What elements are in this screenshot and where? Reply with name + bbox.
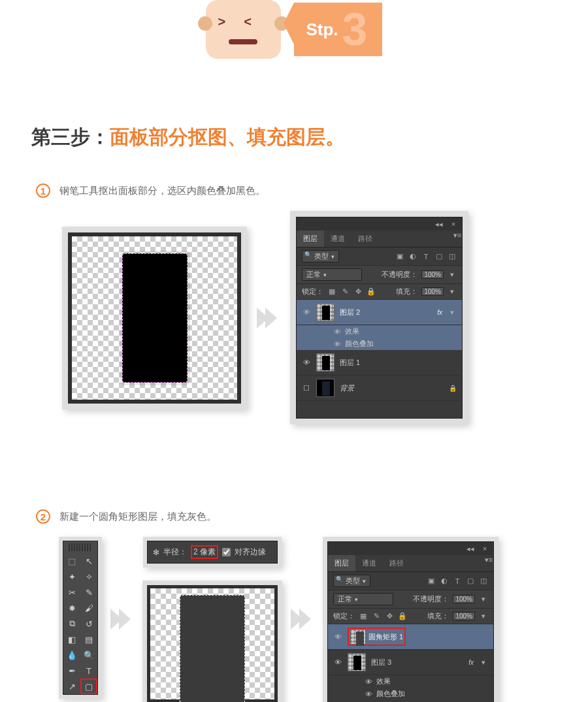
text-tool-icon[interactable]: T — [80, 663, 97, 678]
face-illustration: >< — [206, 0, 281, 59]
move-tool-icon[interactable]: ↖ — [80, 553, 97, 569]
close-icon[interactable]: × — [449, 219, 458, 229]
lock-move-icon[interactable]: ✥ — [385, 612, 394, 621]
visibility-icon[interactable]: 👁 — [333, 633, 342, 641]
filter-smart-icon[interactable]: ◫ — [479, 577, 488, 586]
visibility-icon[interactable]: 👁 — [333, 658, 342, 666]
lock-pixels-icon[interactable]: ▦ — [359, 612, 368, 621]
lock-icon: 🔒 — [449, 385, 457, 392]
pen-tool-icon[interactable]: ✒ — [63, 663, 80, 678]
opacity-value[interactable]: 100% — [421, 270, 444, 279]
blur-tool-icon[interactable]: 💧 — [63, 647, 80, 663]
filter-adjust-icon[interactable]: ◐ — [408, 252, 417, 261]
opacity-value[interactable]: 100% — [453, 595, 475, 603]
chevron-down-icon[interactable]: ▾ — [448, 270, 457, 279]
crop-tool-icon[interactable]: ✂ — [63, 584, 80, 600]
filter-text-icon[interactable]: T — [453, 577, 462, 586]
radius-label: 半径： — [163, 547, 187, 558]
effects-label: 效果 — [345, 327, 359, 336]
tab-paths[interactable]: 路径 — [351, 231, 379, 247]
path-select-icon[interactable]: ↗ — [63, 678, 80, 694]
layer-row-selected[interactable]: 👁 圆角矩形 1 — [328, 624, 493, 650]
heal-tool-icon[interactable]: ✸ — [63, 600, 80, 616]
filter-adjust-icon[interactable]: ◐ — [440, 577, 449, 586]
blend-mode-select[interactable]: 正常 — [333, 593, 393, 605]
brush-tool-icon[interactable]: 🖌 — [80, 600, 97, 616]
visibility-icon[interactable]: 👁 — [333, 340, 341, 348]
lock-pixels-icon[interactable]: ▦ — [327, 287, 336, 296]
chevron-down-icon[interactable]: ▾ — [479, 658, 488, 667]
filter-smart-icon[interactable]: ◫ — [448, 252, 457, 261]
layer-row[interactable]: 👁 图层 1 — [297, 350, 462, 375]
visibility-icon[interactable]: 👁 — [302, 308, 311, 316]
effects-row[interactable]: 👁 效果 — [297, 325, 462, 338]
layer-thumb — [350, 629, 366, 645]
tab-layers[interactable]: 图层 — [297, 231, 324, 247]
lock-brush-icon[interactable]: ✎ — [372, 612, 381, 621]
step-1-content: ◂◂ × 图层 通道 路径 ▾≡ 类型 ▣ ◐ T ▢ ◫ — [62, 211, 588, 424]
tab-channels[interactable]: 通道 — [355, 555, 383, 571]
layers-panel-frame-2: ◂◂ × 图层 通道 路径 ▾≡ 类型 ▣ ◐ T ▢ ◫ — [323, 537, 498, 702]
filter-text-icon[interactable]: T — [421, 252, 431, 261]
filter-image-icon[interactable]: ▣ — [427, 577, 436, 586]
effects-row[interactable]: 👁 效果 — [328, 675, 493, 688]
history-brush-icon[interactable]: ↺ — [80, 616, 97, 631]
chevron-down-icon[interactable]: ▾ — [479, 612, 488, 621]
lock-brush-icon[interactable]: ✎ — [340, 287, 350, 296]
visibility-icon[interactable]: 👁 — [333, 328, 341, 336]
tab-paths[interactable]: 路径 — [383, 555, 410, 571]
blend-mode-select[interactable]: 正常 — [302, 268, 362, 281]
blend-row: 正常 不透明度： 100% ▾ — [297, 266, 462, 284]
chevron-down-icon[interactable]: ▾ — [479, 595, 488, 604]
lock-all-icon[interactable]: 🔒 — [398, 612, 407, 621]
eyedropper-tool-icon[interactable]: ✎ — [80, 584, 97, 600]
lasso-tool-icon[interactable]: ✦ — [63, 569, 80, 584]
section-heading: 第三步：面板部分抠图、填充图层。 — [31, 124, 588, 151]
visibility-icon[interactable]: ☐ — [302, 384, 311, 392]
fx-badge[interactable]: fx — [468, 659, 474, 666]
fill-value[interactable]: 100% — [421, 287, 444, 296]
layer-row-selected[interactable]: 👁 图层 2 fx ▾ — [297, 300, 462, 325]
effects-label: 效果 — [376, 677, 391, 686]
dodge-tool-icon[interactable]: 🔍 — [80, 647, 97, 663]
wand-tool-icon[interactable]: ✧ — [80, 569, 97, 584]
tab-layers[interactable]: 图层 — [328, 555, 355, 571]
layer-row[interactable]: 👁 图层 3 fx ▾ — [328, 650, 493, 675]
filter-image-icon[interactable]: ▣ — [395, 252, 404, 261]
color-overlay-row[interactable]: 👁 颜色叠加 — [297, 338, 462, 350]
gradient-tool-icon[interactable]: ▤ — [80, 631, 97, 647]
arrow-right-icon — [294, 609, 311, 630]
kind-filter[interactable]: 类型 — [333, 575, 370, 587]
filter-shape-icon[interactable]: ▢ — [466, 577, 475, 586]
visibility-icon[interactable]: 👁 — [365, 690, 372, 698]
canvas-frame-1 — [62, 227, 247, 409]
align-checkbox[interactable] — [222, 548, 231, 556]
rounded-rect-tool-icon[interactable]: ▢ — [80, 678, 97, 694]
stamp-tool-icon[interactable]: ⧉ — [63, 616, 80, 631]
fx-badge[interactable]: fx — [437, 309, 442, 316]
background-layer-name: 背景 — [340, 383, 354, 393]
eraser-tool-icon[interactable]: ◧ — [63, 631, 80, 647]
gear-icon[interactable]: ✻ — [153, 548, 159, 557]
marquee-tool-icon[interactable]: ⬚ — [63, 553, 80, 569]
layer-row-bg[interactable]: ☐ 背景 🔒 — [297, 375, 462, 401]
panel-menu-icon[interactable]: ▾≡ — [484, 555, 493, 564]
chevron-down-icon[interactable]: ▾ — [448, 287, 457, 296]
lock-all-icon[interactable]: 🔒 — [367, 287, 376, 296]
fill-value[interactable]: 100% — [453, 612, 475, 620]
tab-channels[interactable]: 通道 — [324, 231, 351, 247]
visibility-icon[interactable]: 👁 — [302, 359, 311, 366]
visibility-icon[interactable]: 👁 — [365, 678, 372, 686]
kind-filter[interactable]: 类型 — [302, 250, 339, 263]
collapse-icon[interactable]: ◂◂ — [434, 219, 444, 229]
chevron-down-icon[interactable]: ▾ — [448, 308, 457, 317]
opacity-label: 不透明度： — [382, 270, 417, 279]
radius-value[interactable]: 2 像素 — [191, 545, 218, 559]
close-icon[interactable]: × — [480, 544, 489, 553]
collapse-icon[interactable]: ◂◂ — [466, 544, 475, 553]
filter-shape-icon[interactable]: ▢ — [434, 252, 444, 261]
panel-menu-icon[interactable]: ▾≡ — [453, 231, 462, 240]
options-bar: ✻ 半径： 2 像素 对齐边缘 — [147, 541, 278, 564]
color-overlay-row[interactable]: 👁 颜色叠加 — [328, 688, 493, 700]
lock-move-icon[interactable]: ✥ — [353, 287, 363, 296]
